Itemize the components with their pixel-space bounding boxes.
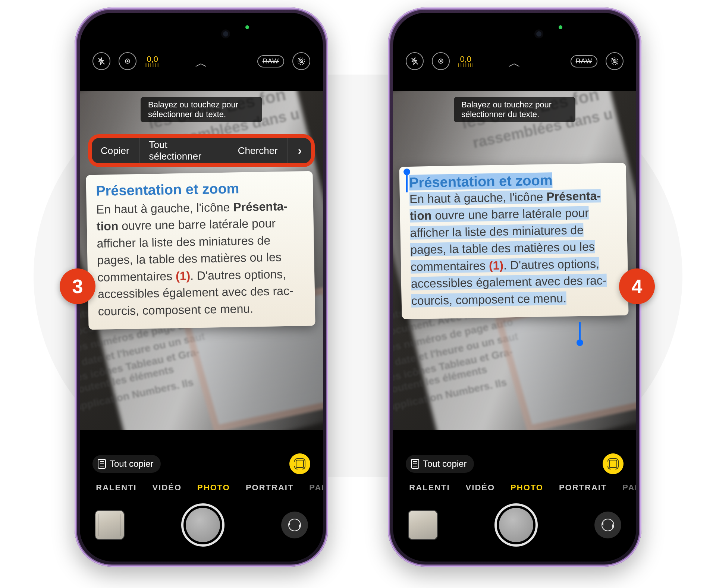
last-photo-thumbnail[interactable] [408, 510, 438, 540]
raw-toggle[interactable]: RAW [257, 55, 284, 67]
step-badge-3: 3 [60, 268, 95, 304]
menu-copy[interactable]: Copier [91, 137, 139, 164]
live-text-hint: Balayez ou touchez pour sélectionner du … [141, 97, 262, 122]
camera-mode-strip[interactable]: RÉ RALENTI VIDÉO PHOTO PORTRAIT PANO [80, 477, 323, 498]
mode-photo[interactable]: PHOTO [197, 483, 230, 493]
live-text-button[interactable] [603, 453, 624, 474]
expand-controls-icon[interactable]: ︿ [508, 54, 521, 72]
flash-button[interactable] [92, 52, 110, 70]
mode-portrait[interactable]: PORTRAIT [559, 483, 607, 493]
panel-title[interactable]: Présentation et zoom [409, 172, 553, 191]
ev-value: 0,0 [458, 55, 473, 63]
mode-portrait[interactable]: PORTRAIT [246, 483, 293, 493]
mode-video[interactable]: VIDÉO [466, 483, 495, 493]
svg-point-2 [127, 60, 129, 62]
panel-title[interactable]: Présentation et zoom [96, 179, 304, 199]
switch-camera-icon [602, 519, 614, 531]
expand-controls-icon[interactable]: ︿ [195, 54, 208, 72]
dynamic-island [164, 23, 239, 45]
svg-line-11 [612, 58, 618, 64]
ev-readout[interactable]: 0,0 ||||||||| [458, 55, 473, 67]
ev-scale: ||||||||| [145, 63, 160, 67]
mode-edge-left[interactable]: RÉ [80, 483, 80, 493]
mode-ralenti[interactable]: RALENTI [409, 483, 450, 493]
live-text-button[interactable] [289, 453, 310, 474]
copy-all-label: Tout copier [423, 459, 467, 469]
live-photo-button[interactable] [292, 52, 310, 70]
shutter-button[interactable] [181, 503, 224, 547]
camera-mode-strip[interactable]: RÉ RALENTI VIDÉO PHOTO PORTRAIT PANO [393, 477, 636, 498]
svg-point-8 [440, 60, 442, 62]
switch-camera-button[interactable] [281, 512, 308, 538]
recording-indicator [559, 25, 562, 29]
recognized-text-panel-selected[interactable]: Présentation et zoom En haut à gauche, l… [399, 163, 628, 320]
last-photo-thumbnail[interactable] [95, 510, 125, 540]
ev-scale: ||||||||| [458, 63, 473, 67]
switch-camera-button[interactable] [594, 512, 621, 538]
menu-more-icon[interactable]: › [288, 137, 312, 164]
phone-left: 0,0 ||||||||| RAW ︿ les outils Les fon r… [75, 7, 328, 567]
copy-all-button[interactable]: Tout copier [92, 455, 161, 473]
phone-right: 0,0 ||||||||| RAW ︿ les outils Les fon r… [388, 7, 641, 567]
ev-value: 0,0 [145, 55, 160, 63]
mode-video[interactable]: VIDÉO [153, 483, 182, 493]
step-badge-4: 4 [619, 268, 655, 304]
live-photo-button[interactable] [606, 52, 624, 70]
mode-ralenti[interactable]: RALENTI [96, 483, 136, 493]
menu-search[interactable]: Chercher [228, 137, 288, 164]
mode-photo[interactable]: PHOTO [511, 483, 543, 493]
shutter-button[interactable] [494, 503, 538, 547]
dynamic-island [477, 23, 552, 45]
ev-readout[interactable]: 0,0 ||||||||| [145, 55, 160, 67]
copy-all-button[interactable]: Tout copier [406, 455, 474, 473]
raw-toggle[interactable]: RAW [571, 55, 597, 67]
panel-body[interactable]: En haut à gauche, l'icône Présenta-tion … [96, 198, 305, 320]
mode-edge-left[interactable]: RÉ [393, 483, 393, 493]
recording-indicator [245, 25, 249, 29]
panel-body[interactable]: En haut à gauche, l'icône Présenta- tion… [409, 189, 607, 308]
mode-pano[interactable]: PANO [309, 483, 323, 493]
flash-button[interactable] [406, 52, 424, 70]
switch-camera-icon [288, 519, 301, 531]
document-icon [98, 459, 106, 469]
svg-line-5 [298, 58, 304, 64]
night-mode-button[interactable] [432, 52, 450, 70]
copy-all-label: Tout copier [110, 459, 153, 469]
recognized-text-panel[interactable]: Présentation et zoom En haut à gauche, l… [86, 171, 315, 330]
selection-end-handle[interactable] [577, 339, 583, 346]
menu-select-all[interactable]: Tout sélectionner [139, 137, 228, 164]
night-mode-button[interactable] [119, 52, 136, 70]
live-text-hint: Balayez ou touchez pour sélectionner du … [454, 97, 575, 122]
text-action-menu: Copier Tout sélectionner Chercher › [91, 137, 312, 164]
document-icon [411, 459, 419, 469]
selection-start-handle[interactable] [403, 169, 410, 175]
mode-pano[interactable]: PANO [622, 483, 636, 493]
